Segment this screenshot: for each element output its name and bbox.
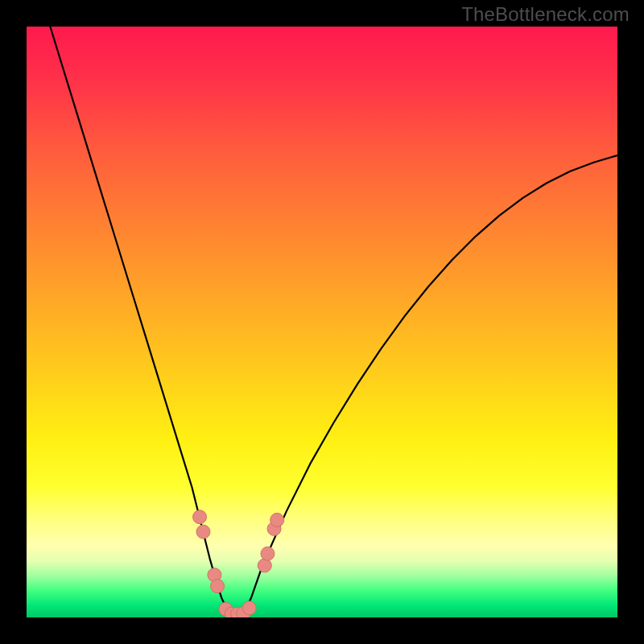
gradient-background [27,27,617,617]
curve-marker [270,513,284,526]
chart-frame: TheBottleneck.com [0,0,644,644]
curve-marker [193,510,207,524]
curve-marker [261,547,275,560]
curve-marker [258,559,271,572]
bottleneck-chart [0,0,644,644]
curve-marker [196,525,210,539]
curve-marker [242,601,256,615]
curve-marker [211,580,225,593]
watermark-text: TheBottleneck.com [461,3,630,26]
